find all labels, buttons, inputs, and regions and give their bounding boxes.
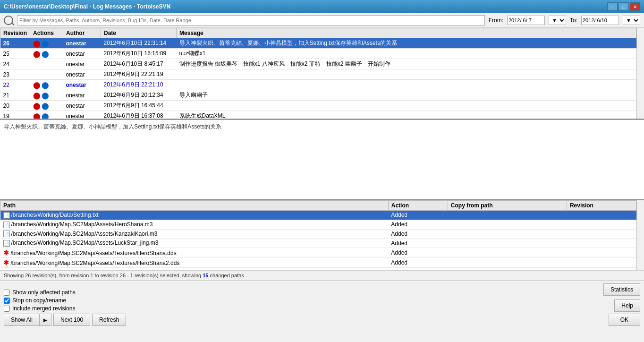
col-path-revision[interactable]: Revision — [567, 201, 636, 211]
log-table-scroll[interactable]: Revision Actions Author Date Message 26⬤… — [0, 28, 636, 119]
path-table-row[interactable]: 📄/branches/Working/Data/Setting.txtAdded — [0, 211, 636, 220]
path-revision-cell — [567, 239, 636, 248]
close-button[interactable]: ✕ — [630, 2, 640, 11]
path-cell: 📄/branches/Working/Data/Setting.txt — [0, 211, 389, 220]
col-message[interactable]: Message — [177, 28, 636, 38]
copy-from-cell — [448, 239, 567, 248]
status-text: Showing 26 revision(s), from revision 1 … — [4, 273, 203, 278]
date-cell: 2012年6月9日 22:21:10 — [101, 80, 177, 90]
action-icon-1[interactable]: ⬤ — [33, 112, 41, 119]
col-revision[interactable]: Revision — [0, 28, 30, 38]
log-table-body: 26⬤⬤onestar2012年6月10日 22:31:14导入神裂火织、茵蒂克… — [0, 38, 636, 119]
author-cell: onestar — [63, 38, 101, 49]
author-cell: onestar — [63, 49, 101, 59]
col-actions[interactable]: Actions — [30, 28, 63, 38]
action-icons: ⬤⬤ — [33, 112, 60, 119]
action-icon-2[interactable]: ⬤ — [42, 92, 49, 99]
path-table-row[interactable]: 📄/branches/Working/Map.SC2Map/Assets/Her… — [0, 220, 636, 229]
ok-button[interactable]: OK — [609, 314, 640, 326]
next-100-button[interactable]: Next 100 — [53, 314, 90, 326]
action-icon-1[interactable]: ⬤ — [33, 102, 41, 110]
log-table-row[interactable]: 26⬤⬤onestar2012年6月10日 22:31:14导入神裂火织、茵蒂克… — [0, 38, 636, 49]
path-scrollbar[interactable] — [636, 200, 644, 270]
action-icon-2[interactable]: ⬤ — [42, 81, 49, 89]
path-table-row[interactable]: 📄/branches/Working/Map.SC2Map/Assets/Kan… — [0, 229, 636, 239]
log-table-row[interactable]: 20⬤⬤onestar2012年6月9日 16:45:44 — [0, 101, 636, 111]
show-all-button[interactable]: Show All — [4, 314, 40, 326]
revision-cell: 26 — [0, 38, 30, 49]
checkbox-stop-copy-input[interactable] — [4, 298, 10, 304]
path-table: Path Action Copy from path Revision 📄/br… — [0, 200, 636, 270]
log-table-row[interactable]: 23onestar2012年6月9日 22:21:19 — [0, 69, 636, 80]
actions-cell: ⬤⬤ — [30, 90, 63, 101]
actions-cell: ⬤⬤ — [30, 101, 63, 111]
action-icon-2[interactable]: ⬤ — [42, 40, 49, 47]
col-action[interactable]: Action — [388, 201, 448, 211]
action-cell: Added — [388, 248, 448, 258]
window-title: C:\Users\onestar\Desktop\Final - Log Mes… — [4, 3, 607, 10]
action-icon-1[interactable]: ⬤ — [33, 81, 41, 89]
log-scrollbar[interactable] — [636, 28, 644, 119]
from-date-dropdown[interactable]: ▼ — [549, 16, 566, 25]
filter-input[interactable] — [17, 15, 485, 26]
show-all-arrow[interactable]: ▶ — [40, 314, 51, 326]
action-cell: Added — [388, 229, 448, 239]
path-cell: 📄/branches/Working/Map.SC2Map/Assets/Kan… — [0, 229, 389, 239]
action-icons: ⬤⬤ — [33, 92, 60, 99]
revision-link[interactable]: 22 — [3, 82, 9, 88]
action-icons: ⬤⬤ — [33, 50, 60, 58]
log-table-row[interactable]: 19⬤⬤onestar2012年6月9日 16:37:08系统生成DataXML — [0, 111, 636, 119]
checkbox-affected-paths-input[interactable] — [4, 290, 10, 296]
help-button[interactable]: Help — [614, 299, 640, 312]
checkbox-stop-copy[interactable]: Stop on copy/rename — [4, 297, 76, 304]
actions-cell: ⬤⬤ — [30, 38, 63, 49]
checkboxes: Show only affected paths Stop on copy/re… — [4, 289, 76, 312]
path-scroll[interactable]: Path Action Copy from path Revision 📄/br… — [0, 200, 636, 270]
path-cell: 📄/branches/Working/Map.SC2Map/Assets/Luc… — [0, 239, 389, 248]
path-table-header: Path Action Copy from path Revision — [0, 201, 636, 211]
copy-from-cell — [448, 229, 567, 239]
minimize-button[interactable]: ─ — [607, 2, 618, 11]
revision-cell: 24 — [0, 59, 30, 69]
app-window: C:\Users\onestar\Desktop\Final - Log Mes… — [0, 0, 644, 329]
action-icon-1[interactable]: ⬤ — [33, 50, 41, 58]
path-revision-cell — [567, 220, 636, 229]
path-table-row[interactable]: ✱ /branches/Working/Map.SC2Map/Assets/Te… — [0, 258, 636, 268]
col-author[interactable]: Author — [63, 28, 101, 38]
log-table-row[interactable]: 22⬤⬤onestar2012年6月9日 22:21:10 — [0, 80, 636, 90]
bottom-bar: Show only affected paths Stop on copy/re… — [0, 280, 644, 329]
log-table-row[interactable]: 24onestar2012年6月10日 8:45:17制作进度报告 御坂美琴－技… — [0, 59, 636, 69]
log-table-row[interactable]: 25⬤⬤onestar2012年6月10日 16:15:09uuz蝴蝶x1 — [0, 49, 636, 59]
action-icons: ⬤⬤ — [33, 40, 60, 47]
checkbox-affected-paths[interactable]: Show only affected paths — [4, 289, 76, 296]
refresh-button[interactable]: Refresh — [92, 314, 126, 326]
action-icon-1[interactable]: ⬤ — [33, 40, 41, 47]
checkbox-merged[interactable]: Include merged revisions — [4, 305, 76, 312]
selected-message: 导入神裂火织、茵蒂克絲、夏娜、小神晶模型，加入Setting.txt保存英雄和A… — [4, 123, 221, 130]
col-path[interactable]: Path — [0, 201, 389, 211]
action-icon-2[interactable]: ⬤ — [42, 102, 49, 110]
from-date-input[interactable] — [507, 16, 545, 25]
log-table-row[interactable]: 21⬤⬤onestar2012年6月9日 20:12:34导入幽幽子 — [0, 90, 636, 101]
statistics-button[interactable]: Statistics — [603, 283, 640, 296]
revision-cell: 21 — [0, 90, 30, 101]
path-table-row[interactable]: 📄/branches/Working/Map.SC2Map/Assets/Luc… — [0, 239, 636, 248]
copy-from-cell — [448, 248, 567, 258]
action-icon-2[interactable]: ⬤ — [42, 50, 49, 58]
action-icon-2[interactable]: ⬤ — [42, 112, 49, 119]
path-table-row[interactable]: ✱ /branches/Working/Map.SC2Map/Assets/Te… — [0, 248, 636, 258]
col-date[interactable]: Date — [101, 28, 177, 38]
author-cell: onestar — [63, 80, 101, 90]
action-icon-1[interactable]: ⬤ — [33, 92, 41, 99]
status-highlight: 15 — [203, 273, 208, 278]
col-copy-from[interactable]: Copy from path — [448, 201, 567, 211]
path-cell: ✱ /branches/Working/Map.SC2Map/Assets/Te… — [0, 258, 389, 268]
checkbox-merged-input[interactable] — [4, 306, 10, 312]
path-revision-cell — [567, 211, 636, 220]
path-cell: ✱ /branches/Working/Map.SC2Map/Assets/Te… — [0, 248, 389, 258]
to-date-input[interactable] — [581, 16, 619, 25]
message-cell: 系统生成DataXML — [177, 111, 636, 119]
message-cell — [177, 69, 636, 80]
to-date-dropdown[interactable]: ▼ — [623, 16, 640, 25]
maximize-button[interactable]: □ — [619, 2, 629, 11]
